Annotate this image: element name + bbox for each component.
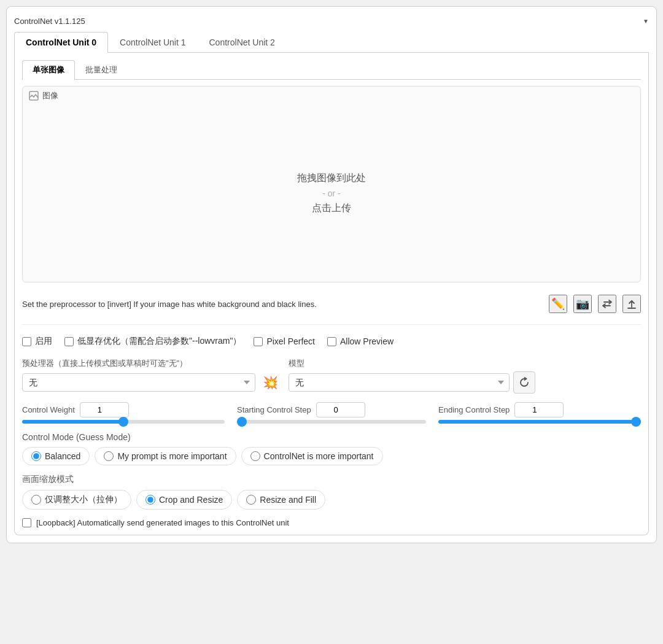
outer-tabs: ControlNet Unit 0 ControlNet Unit 1 Cont…: [14, 32, 649, 53]
controlnet-label: ControlNet is more important: [264, 451, 374, 461]
allow-preview-checkbox[interactable]: [327, 337, 336, 346]
crop-resize-label: Crop and Resize: [159, 495, 223, 505]
control-mode-label: Control Mode (Guess Mode): [22, 432, 641, 442]
loopback-row: [Loopback] Automatically send generated …: [22, 518, 641, 527]
model-group: 模型 无: [289, 358, 535, 394]
control-weight-range[interactable]: [22, 420, 225, 424]
enable-checkbox[interactable]: [22, 337, 31, 346]
upload-arrow-icon-button[interactable]: [622, 295, 641, 313]
model-select[interactable]: 无: [289, 373, 510, 392]
prompt-radio[interactable]: [104, 451, 114, 461]
scale-resize-fill[interactable]: Resize and Fill: [237, 490, 325, 510]
pixel-perfect-checkbox-label[interactable]: Pixel Perfect: [254, 336, 315, 346]
checkboxes-row: 启用 低显存优化（需配合启动参数"--lowvram"） Pixel Perfe…: [22, 331, 641, 352]
preprocessor-select-wrapper: 无 💥: [22, 371, 281, 394]
sub-tab-single[interactable]: 单张图像: [22, 60, 75, 80]
pixel-perfect-checkbox-text: Pixel Perfect: [266, 336, 315, 346]
prompt-label: My prompt is more important: [117, 451, 227, 461]
control-mode-section: Control Mode (Guess Mode) Balanced My pr…: [22, 432, 641, 465]
ending-step-label: Ending Control Step: [438, 405, 510, 414]
starting-step-range[interactable]: [237, 420, 426, 424]
title-bar: ControlNet v1.1.125 ▼: [14, 14, 649, 32]
upload-click-text: 点击上传: [312, 202, 351, 215]
swap-icon-button[interactable]: [598, 295, 616, 313]
starting-step-label: Starting Control Step: [237, 405, 311, 414]
upload-arrow-icon: [625, 297, 638, 311]
control-weight-label: Control Weight: [22, 405, 75, 414]
upload-label: 图像: [42, 90, 58, 101]
control-mode-radio-group: Balanced My prompt is more important Con…: [22, 447, 641, 465]
scale-crop-resize[interactable]: Crop and Resize: [136, 490, 232, 510]
ending-step-group: Ending Control Step: [438, 402, 641, 424]
tab-unit0[interactable]: ControlNet Unit 0: [14, 32, 108, 53]
resize-only-label: 仅调整大小（拉伸）: [45, 494, 122, 505]
ending-step-header: Ending Control Step: [438, 402, 641, 417]
resize-fill-radio[interactable]: [246, 495, 256, 505]
icon-buttons: ✏️ 📷: [549, 295, 641, 313]
starting-step-header: Starting Control Step: [237, 402, 426, 417]
sliders-section: Control Weight Starting Control Step: [22, 402, 641, 424]
enable-checkbox-label[interactable]: 启用: [22, 336, 52, 347]
sub-tabs: 单张图像 批量处理: [22, 60, 641, 80]
scale-mode-label: 画面缩放模式: [22, 474, 641, 485]
camera-icon-button[interactable]: 📷: [573, 295, 592, 313]
tab-unit2[interactable]: ControlNet Unit 2: [198, 32, 287, 52]
divider1: [22, 324, 641, 325]
pixel-perfect-checkbox[interactable]: [254, 337, 263, 346]
scale-mode-radio-group: 仅调整大小（拉伸） Crop and Resize Resize and Fil…: [22, 490, 641, 510]
swap-icon: [600, 297, 614, 311]
controlnet-radio[interactable]: [250, 451, 260, 461]
control-mode-controlnet[interactable]: ControlNet is more important: [241, 447, 383, 465]
model-select-wrapper: 无: [289, 371, 535, 394]
scale-resize-only[interactable]: 仅调整大小（拉伸）: [22, 490, 131, 510]
preprocessor-label: 预处理器（直接上传模式图或草稿时可选"无"）: [22, 358, 281, 369]
allow-preview-checkbox-text: Allow Preview: [340, 336, 394, 346]
allow-preview-checkbox-label[interactable]: Allow Preview: [327, 336, 394, 346]
starting-step-input[interactable]: [316, 402, 365, 417]
model-label: 模型: [289, 358, 535, 369]
scale-mode-section: 画面缩放模式 仅调整大小（拉伸） Crop and Resize Resize …: [22, 474, 641, 510]
control-weight-group: Control Weight: [22, 402, 225, 424]
ending-step-range[interactable]: [438, 420, 641, 424]
upload-area[interactable]: 图像 拖拽图像到此处 - or - 点击上传: [22, 86, 641, 282]
enable-checkbox-text: 启用: [35, 336, 52, 347]
loopback-checkbox[interactable]: [22, 518, 31, 527]
lowvram-checkbox-label[interactable]: 低显存优化（需配合启动参数"--lowvram"）: [64, 336, 241, 347]
lowvram-checkbox[interactable]: [64, 337, 74, 346]
upload-content: 拖拽图像到此处 - or - 点击上传: [23, 105, 640, 282]
balanced-label: Balanced: [45, 451, 80, 461]
app-title: ControlNet v1.1.125: [14, 17, 85, 26]
control-weight-header: Control Weight: [22, 402, 225, 417]
control-mode-prompt[interactable]: My prompt is more important: [95, 447, 236, 465]
preprocessor-group: 预处理器（直接上传模式图或草稿时可选"无"） 无 💥: [22, 358, 281, 394]
control-weight-input[interactable]: [80, 402, 129, 417]
lowvram-checkbox-text: 低显存优化（需配合启动参数"--lowvram"）: [77, 336, 241, 347]
tab-unit1[interactable]: ControlNet Unit 1: [108, 32, 197, 52]
refresh-model-button[interactable]: [513, 371, 535, 394]
info-bar: Set the preprocessor to [invert] If your…: [22, 289, 641, 318]
selects-row: 预处理器（直接上传模式图或草稿时可选"无"） 无 💥 模型 无: [22, 358, 641, 394]
starting-step-group: Starting Control Step: [237, 402, 426, 424]
edit-icon-button[interactable]: ✏️: [549, 295, 567, 313]
upload-drag-text: 拖拽图像到此处: [297, 172, 366, 185]
ending-step-input[interactable]: [514, 402, 564, 417]
loopback-label: [Loopback] Automatically send generated …: [36, 518, 289, 527]
main-container: ControlNet v1.1.125 ▼ ControlNet Unit 0 …: [6, 6, 657, 543]
crop-resize-radio[interactable]: [145, 495, 155, 505]
title-dropdown-arrow[interactable]: ▼: [643, 18, 649, 25]
resize-only-radio[interactable]: [31, 495, 41, 505]
upload-or-text: - or -: [322, 188, 341, 198]
all-sliders-row: Control Weight Starting Control Step: [22, 402, 641, 424]
upload-label-bar: 图像: [23, 87, 64, 105]
info-text: Set the preprocessor to [invert] If your…: [22, 300, 549, 309]
balanced-radio[interactable]: [31, 451, 41, 461]
inner-panel: 单张图像 批量处理 图像 拖拽图像到此处 - or - 点击上传: [14, 53, 649, 535]
preprocessor-select[interactable]: 无: [22, 373, 255, 392]
run-preprocessor-button[interactable]: 💥: [259, 371, 281, 394]
refresh-icon: [519, 377, 530, 388]
sub-tab-batch[interactable]: 批量处理: [75, 60, 128, 79]
image-icon: [29, 91, 39, 101]
control-mode-balanced[interactable]: Balanced: [22, 447, 90, 465]
resize-fill-label: Resize and Fill: [260, 495, 316, 505]
